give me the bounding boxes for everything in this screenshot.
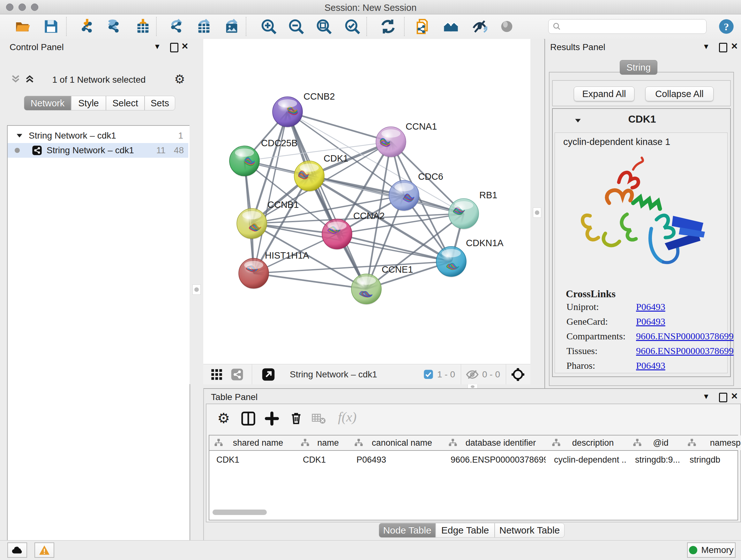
tab-sets[interactable]: Sets	[145, 96, 175, 111]
help-button[interactable]: ?	[718, 17, 735, 36]
search-box[interactable]	[548, 19, 706, 34]
tab-edge-table[interactable]: Edge Table	[435, 523, 495, 538]
fit-content-target-icon[interactable]	[511, 367, 525, 382]
open-session-button[interactable]	[14, 17, 32, 36]
function-builder-icon[interactable]: f(x)	[338, 409, 356, 425]
search-input[interactable]	[561, 21, 697, 32]
birdseye-grid-icon[interactable]	[210, 368, 223, 381]
memory-button[interactable]: Memory	[687, 543, 736, 558]
string-network-graph[interactable]: CCNB2 CCNA1 CDC25B CDK1 CDC6 RB1 CCNB1	[203, 39, 530, 364]
crosslink-value-link[interactable]: P06493	[636, 360, 665, 371]
export-network-button[interactable]	[167, 17, 185, 36]
edge-CCNB2-CCNA1[interactable]	[287, 112, 391, 142]
crosslink-value-link[interactable]: 9606.ENSP00000378699	[636, 346, 734, 356]
column-header-description[interactable]: description	[547, 435, 628, 450]
right-splitter[interactable]	[530, 39, 544, 388]
node-HIST1H1A[interactable]: HIST1H1A	[239, 250, 309, 289]
column-header-id[interactable]: @id	[628, 435, 683, 450]
crosslink-value-link[interactable]: 9606.ENSP00000378699	[636, 331, 734, 341]
edge-CCNB2-CCNE1[interactable]	[287, 112, 366, 289]
results-panel-close-icon[interactable]: ✕	[731, 42, 738, 51]
node-table[interactable]: shared nameCDK1 nameCDK1 canonical nameP…	[209, 435, 738, 520]
zoom-in-button[interactable]	[260, 17, 278, 36]
crosslink-value-link[interactable]: P06493	[636, 316, 665, 327]
show-columns-icon[interactable]	[241, 411, 256, 426]
control-panel-float-icon[interactable]: ▾	[155, 42, 159, 51]
import-network-button[interactable]	[78, 17, 96, 36]
network-row[interactable]: String Network – cdk1 11 48	[8, 143, 188, 158]
edge-CCNB2-HIST1H1A[interactable]	[254, 112, 287, 273]
tab-node-table[interactable]: Node Table	[379, 523, 435, 538]
zoom-fit-button[interactable]	[315, 17, 333, 36]
tab-style[interactable]: Style	[71, 96, 106, 111]
export-table-button[interactable]	[195, 17, 213, 36]
refresh-button[interactable]	[379, 17, 397, 36]
cloud-button[interactable]	[7, 543, 27, 558]
column-header-databaseidentifier[interactable]: database identifier	[444, 435, 547, 450]
node-CDKN1A[interactable]: CDKN1A	[436, 238, 503, 277]
column-header-name[interactable]: name	[296, 435, 350, 450]
collapse-tree-icon[interactable]	[24, 73, 35, 85]
warnings-button[interactable]	[35, 543, 54, 558]
results-panel-float-icon[interactable]: ▾	[704, 42, 709, 51]
delete-column-trash-icon[interactable]	[289, 411, 304, 425]
network-collection-row[interactable]: String Network – cdk1 1	[8, 128, 188, 143]
hidden-eye-icon[interactable]	[466, 368, 479, 381]
import-table-button[interactable]	[134, 17, 152, 36]
table-cell[interactable]: stringdb	[690, 453, 741, 467]
delete-table-icon[interactable]	[312, 413, 326, 425]
node-CCNA1[interactable]: CCNA1	[376, 121, 437, 158]
node-CCNA2[interactable]: CCNA2	[322, 211, 385, 250]
expand-tree-icon[interactable]	[10, 73, 21, 85]
selected-checkbox-icon[interactable]	[423, 369, 433, 379]
edge-count: 48	[174, 145, 184, 155]
bottom-splitter[interactable]	[203, 384, 530, 388]
network-options-gear-icon[interactable]: ⚙	[174, 72, 185, 86]
control-panel-maximize-icon[interactable]	[170, 43, 179, 52]
node-RB1[interactable]: RB1	[449, 190, 497, 230]
home-pages-button[interactable]	[442, 17, 460, 36]
table-cell[interactable]: stringdb:9...	[635, 453, 681, 467]
export-image-button[interactable]	[223, 17, 241, 36]
zoom-out-button[interactable]	[287, 17, 305, 36]
left-splitter[interactable]	[190, 39, 203, 384]
collapse-all-button[interactable]: Collapse All	[645, 86, 714, 101]
tab-network-table[interactable]: Network Table	[495, 523, 564, 538]
table-cell[interactable]: P06493	[356, 453, 442, 467]
open-in-new-icon[interactable]	[262, 368, 275, 381]
show-eye-button[interactable]	[498, 17, 516, 36]
table-panel-float-icon[interactable]: ▾	[704, 392, 709, 401]
tab-network[interactable]: Network	[24, 96, 71, 111]
tab-select[interactable]: Select	[106, 96, 145, 111]
table-cell[interactable]: 9606.ENSP00000378699	[451, 453, 546, 467]
network-share-icon[interactable]	[231, 368, 244, 381]
table-settings-gear-icon[interactable]: ⚙	[217, 410, 230, 426]
table-hscrollbar[interactable]	[212, 509, 267, 515]
table-panel: Table Panel ▾ ✕ ⚙ f(x) shared nameCDK1	[203, 388, 741, 541]
results-panel-maximize-icon[interactable]	[719, 43, 727, 52]
table-cell[interactable]: CDK1	[216, 453, 294, 467]
zoom-selected-button[interactable]	[343, 17, 361, 36]
zoom-fit-icon	[316, 18, 332, 35]
collapse-triangle-icon[interactable]	[15, 132, 23, 140]
column-header-sharedname[interactable]: shared name	[209, 435, 296, 450]
network-canvas[interactable]: CCNB2 CCNA1 CDC25B CDK1 CDC6 RB1 CCNB1	[203, 39, 530, 364]
table-panel-close-icon[interactable]: ✕	[731, 392, 738, 401]
string-import-button[interactable]	[413, 17, 431, 36]
save-session-button[interactable]	[42, 17, 60, 36]
column-header-canonicalname[interactable]: canonical name	[349, 435, 444, 450]
add-column-icon[interactable]	[265, 411, 279, 426]
table-panel-maximize-icon[interactable]	[719, 393, 727, 402]
hide-panels-button[interactable]	[470, 17, 488, 36]
edge-HIST1H1A-CCNE1[interactable]	[254, 273, 366, 289]
crosslink-value-link[interactable]: P06493	[636, 301, 665, 312]
import-network-database-button[interactable]	[105, 17, 123, 36]
protein-collapse-triangle-icon[interactable]	[574, 117, 582, 125]
control-panel-close-icon[interactable]: ✕	[181, 42, 189, 51]
table-cell[interactable]: cyclin-dependent ...	[554, 453, 627, 467]
table-cell[interactable]: CDK1	[303, 453, 348, 467]
expand-all-button[interactable]: Expand All	[574, 86, 634, 101]
tab-string[interactable]: String	[620, 60, 657, 75]
column-header-namespace[interactable]: namespace	[683, 435, 741, 450]
results-panel: Results Panel ▾ ✕ String Expand All Coll…	[544, 39, 741, 388]
